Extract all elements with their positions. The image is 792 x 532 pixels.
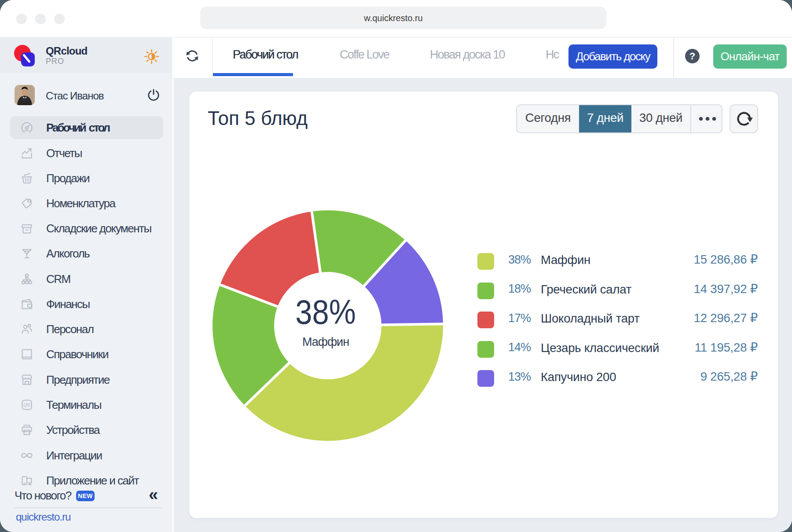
svg-text:QR: QR	[24, 403, 30, 407]
